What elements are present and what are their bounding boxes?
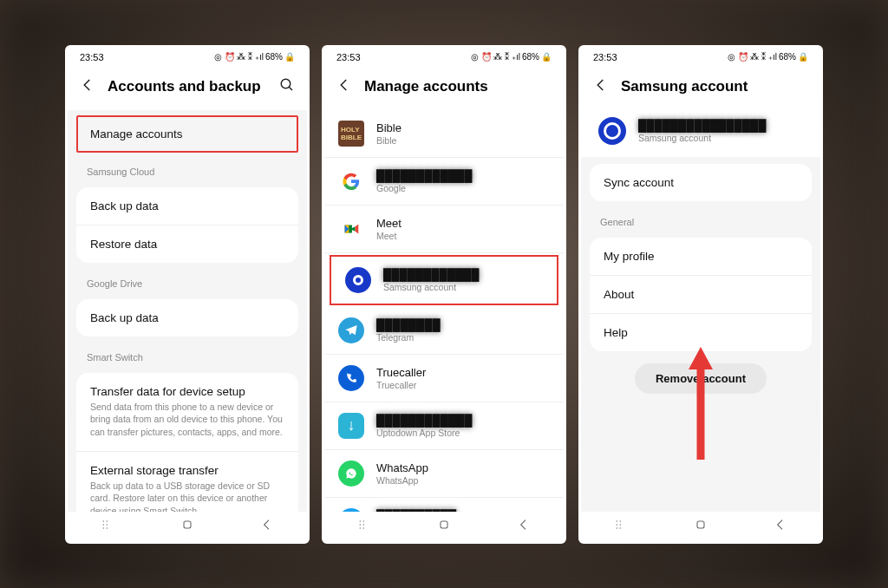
account-row-meet[interactable]: MeetMeet (324, 206, 564, 253)
status-right: ◎ ⏰ ⁂ ⁑ ₊ıl 68%🔒 (471, 52, 552, 62)
help-row[interactable]: Help (590, 314, 812, 351)
status-right: ◎ ⏰ ⁂ ⁑ ₊ıl 68%🔒 (214, 52, 295, 62)
back-icon[interactable] (336, 77, 352, 96)
restore-data-row[interactable]: Restore data (76, 225, 298, 263)
remove-account-button[interactable]: Remove account (635, 363, 767, 394)
home-button[interactable] (694, 518, 708, 535)
phone-manage-accounts: 23:53 ◎ ⏰ ⁂ ⁑ ₊ıl 68%🔒 Manage accounts H… (322, 45, 566, 544)
general-card: My profile About Help (590, 238, 812, 351)
page-title: Accounts and backup (108, 78, 267, 95)
account-row-uptodown[interactable]: ↓ ████████████Uptodown App Store (324, 402, 564, 450)
back-button[interactable] (517, 518, 531, 535)
account-type: Samsung account (638, 133, 766, 143)
svg-rect-2 (441, 521, 447, 528)
android-navbar (324, 512, 564, 541)
account-row-truecaller[interactable]: TruecallerTruecaller (324, 355, 564, 402)
account-row-x[interactable]: ██████████X (324, 498, 564, 512)
home-button[interactable] (437, 518, 451, 535)
status-time: 23:53 (593, 52, 617, 62)
account-row-google[interactable]: ████████████Google (324, 158, 564, 206)
meet-icon (338, 216, 364, 242)
recents-button[interactable] (357, 518, 371, 535)
home-button[interactable] (180, 518, 194, 535)
account-row-bible[interactable]: HOLYBIBLE BibleBible (324, 110, 564, 158)
manage-accounts-row[interactable]: Manage accounts (76, 115, 298, 153)
samsung-cloud-card: Back up data Restore data (76, 187, 298, 263)
transfer-row[interactable]: Transfer data for device setup Send data… (76, 373, 298, 452)
phone-samsung-account: 23:53 ◎ ⏰ ⁂ ⁑ ₊ıl 68%🔒 Samsung account █… (578, 45, 823, 544)
backup-data-row[interactable]: Back up data (76, 187, 298, 225)
svg-point-0 (281, 79, 291, 88)
status-right: ◎ ⏰ ⁂ ⁑ ₊ıl 68%🔒 (728, 52, 808, 62)
external-storage-row[interactable]: External storage transfer Back up data t… (76, 452, 298, 512)
drive-backup-row[interactable]: Back up data (76, 299, 298, 336)
uptodown-icon: ↓ (338, 413, 364, 439)
sync-account-row[interactable]: Sync account (590, 164, 812, 201)
samsung-account-icon (345, 267, 371, 293)
account-row-samsung[interactable]: ████████████Samsung account (331, 257, 557, 304)
back-button[interactable] (260, 518, 274, 535)
account-header: ████████████████ Samsung account (581, 110, 820, 157)
section-smart-switch: Smart Switch (68, 343, 307, 366)
my-profile-row[interactable]: My profile (590, 238, 812, 276)
about-row[interactable]: About (590, 276, 812, 314)
back-icon[interactable] (80, 77, 95, 96)
telegram-icon (338, 317, 364, 343)
sync-card: Sync account (590, 164, 812, 201)
back-button[interactable] (774, 518, 787, 535)
account-row-telegram[interactable]: ████████Telegram (324, 307, 564, 355)
highlight-samsung-account: ████████████Samsung account (330, 255, 558, 305)
account-row-whatsapp[interactable]: WhatsAppWhatsApp (324, 450, 564, 498)
phone-accounts-backup: 23:53 ◎ ⏰ ⁂ ⁑ ₊ıl 68%🔒 Accounts and back… (65, 45, 310, 544)
status-bar: 23:53 ◎ ⏰ ⁂ ⁑ ₊ıl 68%🔒 (324, 48, 564, 67)
screen-header: Manage accounts (324, 67, 564, 110)
android-navbar (68, 512, 307, 541)
section-google-drive: Google Drive (68, 270, 307, 292)
manage-accounts-label: Manage accounts (78, 117, 297, 151)
screen-header: Accounts and backup (68, 67, 307, 110)
content: Sync account General My profile About He… (581, 157, 820, 512)
accounts-list: HOLYBIBLE BibleBible ████████████Google … (324, 110, 564, 512)
svg-rect-3 (697, 521, 704, 528)
status-time: 23:53 (336, 52, 361, 62)
truecaller-icon (338, 365, 364, 391)
samsung-account-icon (598, 117, 626, 145)
status-bar: 23:53 ◎ ⏰ ⁂ ⁑ ₊ıl 68%🔒 (68, 48, 307, 67)
search-icon[interactable] (279, 77, 295, 96)
status-bar: 23:53 ◎ ⏰ ⁂ ⁑ ₊ıl 68%🔒 (581, 48, 820, 67)
whatsapp-icon (338, 461, 364, 487)
bible-icon: HOLYBIBLE (338, 121, 364, 147)
page-title: Manage accounts (364, 78, 552, 95)
back-icon[interactable] (593, 77, 609, 96)
content: Manage accounts Samsung Cloud Back up da… (68, 110, 307, 512)
google-icon (338, 168, 364, 194)
screen-header: Samsung account (581, 67, 820, 110)
account-email: ████████████████ (638, 119, 766, 132)
page-title: Samsung account (621, 78, 808, 95)
svg-rect-1 (184, 521, 191, 528)
status-time: 23:53 (80, 52, 104, 62)
recents-button[interactable] (101, 518, 114, 535)
smart-switch-card: Transfer data for device setup Send data… (76, 373, 298, 512)
section-samsung-cloud: Samsung Cloud (68, 158, 307, 180)
google-drive-card: Back up data (76, 299, 298, 336)
recents-button[interactable] (614, 518, 628, 535)
section-general: General (581, 208, 820, 231)
android-navbar (581, 512, 820, 541)
